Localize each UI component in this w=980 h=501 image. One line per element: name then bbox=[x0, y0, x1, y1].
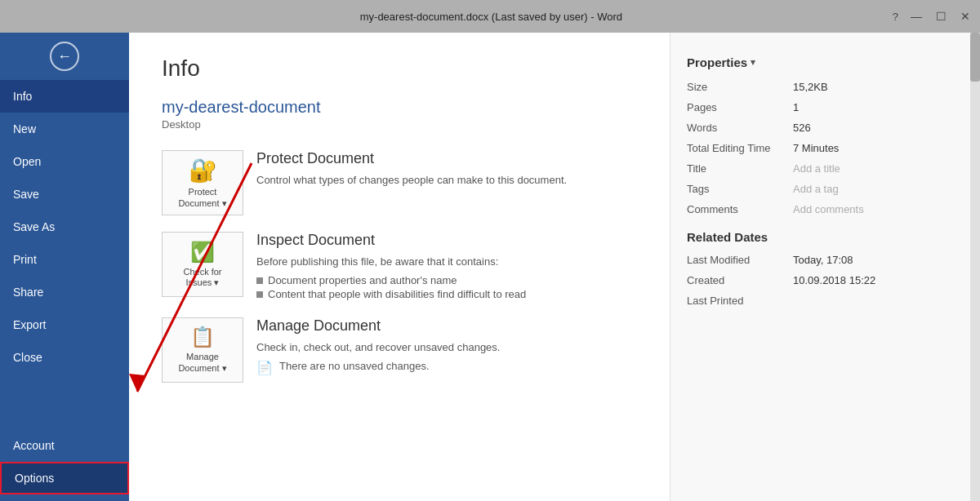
prop-key-title: Title bbox=[687, 162, 793, 175]
manage-icon: 📋 bbox=[190, 326, 215, 348]
sidebar-item-open[interactable]: Open bbox=[0, 145, 129, 178]
prop-row-pages: Pages 1 bbox=[687, 101, 964, 113]
svg-marker-1 bbox=[129, 374, 145, 392]
prop-key-last-printed: Last Printed bbox=[687, 295, 793, 307]
help-button[interactable]: ? bbox=[893, 11, 898, 23]
protect-button-label: ProtectDocument ▾ bbox=[178, 187, 226, 208]
prop-key-last-modified: Last Modified bbox=[687, 254, 793, 266]
prop-key-pages: Pages bbox=[687, 101, 793, 113]
sidebar-item-info[interactable]: Info bbox=[0, 80, 129, 113]
prop-row-comments: Comments Add comments bbox=[687, 203, 964, 215]
prop-val-created: 10.09.2018 15:22 bbox=[793, 274, 875, 286]
prop-key-tags: Tags bbox=[687, 183, 793, 195]
no-changes-text: There are no unsaved changes. bbox=[279, 360, 430, 372]
prop-val-editing-time: 7 Minutes bbox=[793, 142, 839, 154]
bullet-icon-1 bbox=[256, 277, 263, 284]
document-name: my-dearest-document bbox=[162, 98, 637, 117]
prop-row-editing-time: Total Editing Time 7 Minutes bbox=[687, 142, 964, 154]
check-issues-label: Check forIssues ▾ bbox=[183, 267, 221, 288]
inspect-document-button[interactable]: ✅ Check forIssues ▾ bbox=[162, 232, 243, 297]
properties-panel: Properties ▾ Size 15,2KB Pages 1 Words 5… bbox=[670, 33, 980, 501]
protect-document-button[interactable]: 🔐 ProtectDocument ▾ bbox=[162, 150, 243, 215]
sidebar-item-save-as[interactable]: Save As bbox=[0, 211, 129, 243]
close-button[interactable]: ✕ bbox=[959, 10, 972, 23]
prop-val-last-modified: Today, 17:08 bbox=[793, 254, 853, 266]
prop-row-created: Created 10.09.2018 15:22 bbox=[687, 274, 964, 286]
prop-row-last-modified: Last Modified Today, 17:08 bbox=[687, 254, 964, 266]
restore-button[interactable]: ☐ bbox=[934, 10, 947, 23]
sidebar-item-close[interactable]: Close bbox=[0, 341, 129, 374]
protect-document-content: Protect Document Control what types of c… bbox=[256, 150, 637, 188]
sidebar: ← Info New Open Save Save As Print bbox=[0, 33, 129, 501]
prop-val-size: 15,2KB bbox=[793, 81, 828, 93]
sidebar-item-print[interactable]: Print bbox=[0, 243, 129, 276]
scrollbar-thumb[interactable] bbox=[970, 33, 980, 82]
prop-key-size: Size bbox=[687, 81, 793, 93]
page-title: Info bbox=[162, 55, 637, 82]
prop-key-comments: Comments bbox=[687, 203, 793, 215]
properties-caret: ▾ bbox=[751, 57, 755, 68]
inspect-list-item-2: Content that people with disabilities fi… bbox=[256, 287, 637, 301]
related-dates-title: Related Dates bbox=[687, 230, 964, 244]
manage-button-label: ManageDocument ▾ bbox=[178, 352, 226, 373]
prop-row-size: Size 15,2KB bbox=[687, 81, 964, 93]
back-button[interactable]: ← bbox=[0, 33, 129, 80]
prop-val-pages: 1 bbox=[793, 101, 799, 113]
manage-document-title: Manage Document bbox=[256, 317, 637, 335]
back-circle-icon: ← bbox=[50, 42, 79, 71]
no-changes-icon: 📄 bbox=[256, 360, 273, 375]
sidebar-item-export[interactable]: Export bbox=[0, 308, 129, 341]
main-layout: ← Info New Open Save Save As Print bbox=[0, 33, 980, 501]
prop-val-tags[interactable]: Add a tag bbox=[793, 183, 839, 195]
manage-document-button[interactable]: 📋 ManageDocument ▾ bbox=[162, 317, 243, 383]
content-area: Info my-dearest-document Desktop 🔐 Prote… bbox=[129, 33, 980, 501]
prop-row-words: Words 526 bbox=[687, 122, 964, 134]
manage-document-content: Manage Document Check in, check out, and… bbox=[256, 317, 637, 376]
prop-key-created: Created bbox=[687, 274, 793, 286]
prop-val-title[interactable]: Add a title bbox=[793, 162, 840, 175]
inspect-document-list: Document properties and author's name Co… bbox=[256, 273, 637, 301]
document-location: Desktop bbox=[162, 118, 637, 131]
prop-row-tags: Tags Add a tag bbox=[687, 183, 964, 195]
sidebar-bottom: Account Options bbox=[0, 429, 129, 501]
inspect-document-title: Inspect Document bbox=[256, 232, 637, 249]
inspect-list-item-1: Document properties and author's name bbox=[256, 273, 637, 287]
lock-icon: 🔐 bbox=[189, 157, 217, 184]
bullet-icon-2 bbox=[256, 291, 263, 298]
prop-row-title: Title Add a title bbox=[687, 162, 964, 175]
prop-val-comments[interactable]: Add comments bbox=[793, 203, 864, 215]
window-title: my-dearest-document.docx (Last saved by … bbox=[90, 11, 893, 23]
manage-document-desc: Check in, check out, and recover unsaved… bbox=[256, 339, 637, 356]
protect-document-desc: Control what types of changes people can… bbox=[256, 172, 637, 188]
prop-key-words: Words bbox=[687, 122, 793, 134]
window-controls: ? — ☐ ✕ bbox=[893, 10, 972, 23]
protect-document-title: Protect Document bbox=[256, 150, 637, 167]
title-bar: my-dearest-document.docx (Last saved by … bbox=[0, 0, 980, 33]
sidebar-item-new[interactable]: New bbox=[0, 113, 129, 145]
inspect-document-content: Inspect Document Before publishing this … bbox=[256, 232, 637, 301]
inspect-document-desc: Before publishing this file, be aware th… bbox=[256, 254, 637, 270]
properties-title: Properties ▾ bbox=[687, 55, 964, 69]
prop-key-editing-time: Total Editing Time bbox=[687, 142, 793, 154]
scrollbar-track[interactable] bbox=[970, 33, 980, 501]
checkmark-icon: ✅ bbox=[190, 241, 215, 264]
manage-note: 📄 There are no unsaved changes. bbox=[256, 360, 637, 375]
sidebar-item-share[interactable]: Share bbox=[0, 276, 129, 308]
protect-document-card: 🔐 ProtectDocument ▾ Protect Document Con… bbox=[162, 150, 637, 215]
prop-row-last-printed: Last Printed bbox=[687, 295, 964, 307]
inspect-document-card: ✅ Check forIssues ▾ Inspect Document Bef… bbox=[162, 232, 637, 301]
sidebar-item-account[interactable]: Account bbox=[0, 429, 129, 462]
sidebar-item-save[interactable]: Save bbox=[0, 178, 129, 211]
sidebar-nav: Info New Open Save Save As Print Share E… bbox=[0, 80, 129, 429]
content-inner: Info my-dearest-document Desktop 🔐 Prote… bbox=[129, 33, 670, 501]
prop-val-words: 526 bbox=[793, 122, 811, 134]
sidebar-item-options[interactable]: Options bbox=[0, 462, 129, 494]
manage-document-card: 📋 ManageDocument ▾ Manage Document Check… bbox=[162, 317, 637, 383]
minimize-button[interactable]: — bbox=[910, 10, 923, 23]
